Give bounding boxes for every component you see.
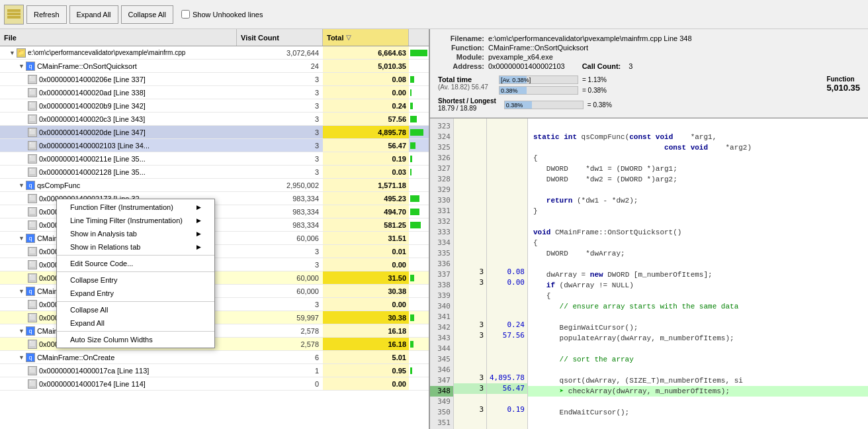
ctx-expand-entry[interactable]: Expand Entry: [57, 287, 214, 300]
col-file[interactable]: File: [0, 29, 237, 46]
table-row[interactable]: ⬜ 0x0000000140002128 [Line 35... 3 0.03: [0, 166, 429, 179]
row-bar: [409, 179, 429, 191]
col-total[interactable]: Total ▽: [323, 29, 409, 46]
row-visits: 60,006: [237, 232, 323, 244]
node-icon: ⬜: [28, 167, 37, 177]
table-row[interactable]: ⬜ 0x000000014000206e [Line 337] 3 0.08: [0, 73, 429, 86]
expand-icon[interactable]: ▼: [19, 288, 24, 295]
col-visits[interactable]: Visit Count: [237, 29, 323, 46]
row-total: 16.18: [323, 338, 409, 350]
table-row[interactable]: ⬜ 0x00000001400020ad [Line 338] 3 0.00: [0, 86, 429, 99]
row-bar: [409, 73, 429, 85]
code-line: if (dwArray != NULL): [528, 280, 868, 291]
table-row[interactable]: ▼ q CMainFrame::OnCreate 6 5.01: [0, 351, 429, 364]
ctx-line-timing-filter[interactable]: Line Timing Filter (Instrumentation) ▶: [57, 214, 214, 227]
row-bar: [409, 351, 429, 363]
row-visits: 983,334: [237, 205, 323, 218]
row-total: 4,895.78: [323, 126, 409, 138]
code-panel: 323 324 325 326 327 328 329 330 331 332 …: [430, 118, 868, 429]
code-container[interactable]: 323 324 325 326 327 328 329 330 331 332 …: [430, 119, 868, 429]
table-row[interactable]: ▼ 📁 e:\om\c\performancevalidator\pvexamp…: [0, 46, 429, 60]
row-bar: [409, 311, 429, 324]
row-label: ⬜ 0x000000014000211e [Line 35...: [0, 152, 237, 165]
code-line: qsort(dwArray, (SIZE_T)m_numberOfItems, …: [528, 375, 868, 386]
code-line: DWORD *dw1 = (DWORD *)arg1;: [528, 164, 868, 174]
code-line: DWORD *dw2 = (DWORD *)arg2;: [528, 174, 868, 185]
expand-icon[interactable]: ▼: [19, 354, 24, 361]
code-line: [528, 344, 868, 354]
row-total: 0.00: [323, 377, 409, 390]
refresh-button[interactable]: Refresh: [26, 5, 67, 24]
row-visits: 3: [237, 99, 323, 112]
table-row[interactable]: ▼ q qsCompFunc 2,950,002 1,571.18: [0, 179, 429, 192]
table-row[interactable]: ⬜ 0x00000001400020b9 [Line 342] 3 0.24: [0, 99, 429, 113]
table-row[interactable]: ⬜ 0x000000014000211e [Line 35... 3 0.19: [0, 152, 429, 166]
row-label: ▼ q CMainFrame::OnCreate: [0, 351, 237, 363]
table-row[interactable]: ▼ q CMainFrame::OnSortQuicksort 24 5,010…: [0, 60, 429, 73]
ctx-collapse-entry[interactable]: Collapse Entry: [57, 273, 214, 287]
row-bar: [409, 364, 429, 377]
row-bar: [409, 245, 429, 258]
module-value: pvexample_x64.exe: [488, 53, 553, 61]
node-icon: ⬜: [28, 300, 37, 309]
expand-icon[interactable]: ▼: [19, 182, 24, 189]
node-icon: ⬜: [28, 247, 37, 256]
expand-icon[interactable]: ▼: [9, 50, 15, 56]
table-row[interactable]: ⬜ 0x00000001400002103 [Line 34... 3 56.4…: [0, 139, 429, 152]
table-row[interactable]: ⬜ 0x000000014000017ca [Line 113] 1 0.95: [0, 364, 429, 377]
code-line: {: [528, 153, 868, 164]
ctx-auto-size-columns[interactable]: Auto Size Column Widths: [57, 333, 214, 346]
app-icon: [4, 5, 24, 24]
ctx-show-relations[interactable]: Show in Relations tab ▶: [57, 240, 214, 254]
ctx-edit-source[interactable]: Edit Source Code...: [57, 257, 214, 270]
row-label: ▼ q CMainFrame::OnSortQuicksort: [0, 60, 237, 72]
show-unhooked-checkbox[interactable]: [181, 10, 190, 19]
row-visits: 3: [237, 258, 323, 271]
expand-icon[interactable]: ▼: [19, 63, 24, 70]
ctx-show-analysis[interactable]: Show in Analysis tab ▶: [57, 227, 214, 240]
row-label: ⬜ 0x00000001400020ad [Line 338]: [0, 86, 237, 99]
row-label: ⬜ 0x00000001400002103 [Line 34...: [0, 139, 237, 152]
node-icon: ⬜: [28, 220, 37, 230]
expand-all-button[interactable]: Expand All: [69, 5, 118, 24]
ctx-collapse-all[interactable]: Collapse All: [57, 303, 214, 316]
row-label: ⬜ 0x00000001400020c3 [Line 343]: [0, 113, 237, 125]
bar1-right-text: = 1.13%: [582, 76, 607, 83]
row-total: 0.00: [323, 258, 409, 271]
code-line: [528, 365, 868, 375]
table-row[interactable]: ⬜ 0x00000001400020de [Line 347] 3 4,895.…: [0, 126, 429, 139]
table-row[interactable]: ⬜ 0x00000001400017e4 [Line 114] 0 0.00: [0, 377, 429, 391]
ctx-function-filter[interactable]: Function Filter (Instrumentation) ▶: [57, 201, 214, 214]
row-visits: 983,334: [237, 192, 323, 205]
row-visits: 3: [237, 152, 323, 165]
row-visits: 6: [237, 351, 323, 363]
group-icon: q: [26, 234, 35, 243]
code-line: [528, 397, 868, 407]
function-value2: 5,010.35: [826, 83, 860, 93]
table-row[interactable]: ⬜ 0x00000001400020c3 [Line 343] 3 57.56: [0, 113, 429, 126]
row-visits: 3: [237, 86, 323, 99]
submenu-arrow-icon: ▶: [196, 204, 201, 211]
row-bar: [409, 232, 429, 244]
row-label: ⬜ 0x000000014000206e [Line 337]: [0, 73, 237, 85]
total-time-sub: (Av. 18.82) 56.47: [438, 83, 491, 91]
code-line: {: [528, 291, 868, 301]
row-bar: [409, 113, 429, 125]
bar2-text: 0.38%: [501, 87, 518, 95]
ctx-expand-all[interactable]: Expand All: [57, 316, 214, 330]
expand-icon[interactable]: ▼: [19, 328, 24, 334]
row-total: 0.19: [323, 152, 409, 165]
row-total: 0.00: [323, 298, 409, 310]
row-bar: [409, 86, 429, 99]
filename-label: Filename:: [438, 34, 484, 42]
row-total: 494.70: [323, 205, 409, 218]
tree-container[interactable]: ▼ 📁 e:\om\c\performancevalidator\pvexamp…: [0, 46, 429, 429]
toolbar: Refresh Expand All Collapse All Show Unh…: [0, 0, 868, 29]
collapse-all-button[interactable]: Collapse All: [121, 5, 173, 24]
row-bar: [409, 139, 429, 152]
visit-column: 3 3 3 3 3 3 3 3: [454, 119, 487, 429]
code-line: dwArray = new DWORD [m_numberOfItems];: [528, 269, 868, 280]
node-icon: ⬜: [28, 128, 37, 137]
row-label: ▼ q qsCompFunc: [0, 179, 237, 191]
expand-icon[interactable]: ▼: [19, 235, 24, 242]
